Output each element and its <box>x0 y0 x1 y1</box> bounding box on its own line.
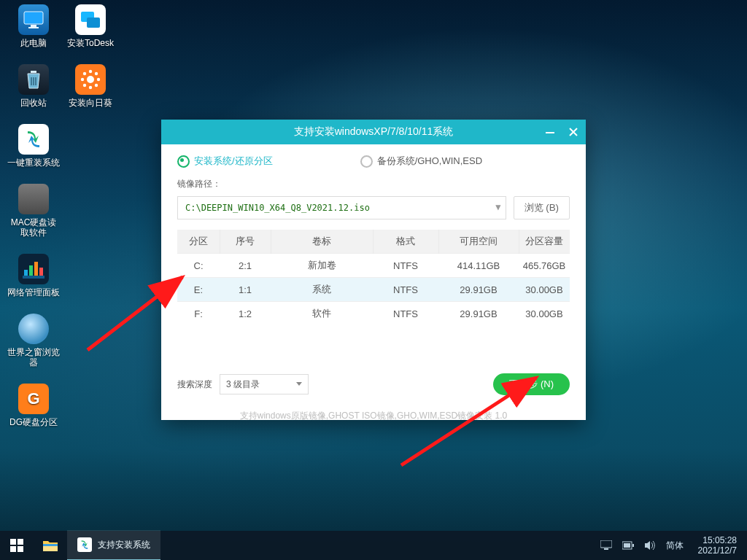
icon-this-pc[interactable]: 此电脑 <box>7 4 60 48</box>
explorer-button[interactable] <box>34 531 67 560</box>
installer-window: 支持安装windowsXP/7/8/10/11系统 安装系统/还原分区 备份系统… <box>161 120 586 420</box>
svg-rect-33 <box>632 544 634 547</box>
todesk-icon <box>80 9 101 31</box>
svg-point-14 <box>81 78 84 81</box>
desktop-col2: 安装ToDesk 安装向日葵 <box>64 4 117 108</box>
svg-point-15 <box>97 78 100 81</box>
th: 分区 <box>177 230 220 254</box>
icon-todesk[interactable]: 安装ToDesk <box>64 4 117 48</box>
taskbar-task-installer[interactable]: 支持安装系统 <box>67 530 160 560</box>
path-combo[interactable]: C:\DEEPIN_WIN10_X64_Q8_V2021.12.iso ▼ <box>177 196 506 219</box>
depth-select[interactable]: 3 级目录 <box>220 374 309 394</box>
cell: 29.91GB <box>438 302 519 326</box>
partition-table: 分区 序号 卷标 格式 可用空间 分区容量 C:2:1新加卷NTFS414.11… <box>177 230 570 325</box>
svg-point-16 <box>83 72 86 75</box>
table-row[interactable]: C:2:1新加卷NTFS414.11GB465.76GB <box>177 254 570 278</box>
label: 回收站 <box>20 98 47 108</box>
icon-mac[interactable]: MAC硬盘读 取软件 <box>7 184 60 238</box>
svg-rect-1 <box>31 25 36 27</box>
swap-icon <box>79 539 90 551</box>
icon-browser[interactable]: 世界之窗浏览 器 <box>7 314 60 368</box>
computer-icon[interactable] <box>600 540 612 551</box>
cell: 1:2 <box>220 302 271 326</box>
svg-rect-30 <box>604 548 608 550</box>
depth-value: 3 级目录 <box>226 378 260 391</box>
icon-netpanel[interactable]: 网络管理面板 <box>7 254 60 298</box>
clock[interactable]: 15:05:28 2021/12/7 <box>694 534 741 557</box>
label: 安装ToDesk <box>67 38 114 48</box>
svg-point-13 <box>89 86 92 89</box>
minimize-icon <box>546 128 554 136</box>
start-button[interactable] <box>0 531 34 560</box>
label: MAC硬盘读 取软件 <box>11 217 57 238</box>
th: 格式 <box>373 230 438 254</box>
depth-label: 搜索深度 <box>177 378 212 391</box>
icon-recycle-bin[interactable]: 回收站 <box>7 64 60 108</box>
icon-diskgenius[interactable]: G DG硬盘分区 <box>7 384 60 427</box>
svg-rect-28 <box>43 544 58 546</box>
close-button[interactable] <box>565 124 581 140</box>
ime-indicator[interactable]: 简体 <box>666 540 684 552</box>
svg-rect-8 <box>23 276 44 279</box>
svg-rect-25 <box>10 546 16 552</box>
label: DG硬盘分区 <box>9 417 58 427</box>
browse-button[interactable]: 浏览 (B) <box>514 196 570 219</box>
next-button[interactable]: 下一步 (N) <box>493 373 570 395</box>
label: 备份系统/GHO,WIN,ESD <box>377 155 482 168</box>
svg-rect-24 <box>18 539 23 545</box>
path-value: C:\DEEPIN_WIN10_X64_Q8_V2021.12.iso <box>185 203 370 213</box>
svg-point-17 <box>95 72 98 75</box>
volume-icon[interactable] <box>644 540 656 551</box>
monitor-icon <box>23 11 44 28</box>
label: 安装系统/还原分区 <box>194 155 273 168</box>
cell: 软件 <box>271 302 373 326</box>
task-label: 支持安装系统 <box>98 539 150 551</box>
label: 此电脑 <box>20 38 47 48</box>
cell: 30.00GB <box>519 278 570 302</box>
svg-rect-5 <box>29 265 33 276</box>
table-row[interactable]: E:1:1系统NTFS29.91GB30.00GB <box>177 278 570 302</box>
windows-icon <box>10 539 23 552</box>
footer-text: 支持windows原版镜像,GHOST ISO镜像,GHO,WIM,ESD镜像安… <box>177 410 570 422</box>
chevron-down-icon: ▼ <box>495 202 500 212</box>
cell: 1:1 <box>220 278 271 302</box>
close-icon <box>569 128 578 136</box>
label: 网络管理面板 <box>7 287 60 298</box>
th: 序号 <box>220 230 271 254</box>
swap-icon <box>23 128 44 150</box>
taskbar: 支持安装系统 简体 15:05:28 2021/12/7 <box>0 531 747 560</box>
label: 世界之窗浏览 器 <box>7 347 60 368</box>
cell: NTFS <box>373 278 438 302</box>
table-header: 分区 序号 卷标 格式 可用空间 分区容量 <box>177 230 570 254</box>
system-tray: 简体 15:05:28 2021/12/7 <box>600 534 747 557</box>
svg-point-19 <box>95 84 98 87</box>
svg-rect-10 <box>87 18 100 28</box>
sunflower-icon <box>80 69 101 90</box>
svg-rect-2 <box>28 27 39 28</box>
time: 15:05:28 <box>698 535 737 545</box>
battery-icon[interactable] <box>622 541 634 550</box>
svg-rect-29 <box>600 540 612 548</box>
titlebar[interactable]: 支持安装windowsXP/7/8/10/11系统 <box>161 120 586 144</box>
cell: 29.91GB <box>438 278 519 302</box>
path-label: 镜像路径： <box>177 178 570 190</box>
minimize-button[interactable] <box>542 124 558 140</box>
svg-point-12 <box>89 70 92 73</box>
date: 2021/12/7 <box>698 545 737 556</box>
cell: C: <box>177 254 220 278</box>
th: 卷标 <box>271 230 373 254</box>
label: 一键重装系统 <box>7 158 60 168</box>
svg-rect-4 <box>24 270 28 276</box>
svg-point-11 <box>87 76 94 83</box>
radio-install[interactable]: 安装系统/还原分区 <box>177 155 273 168</box>
radio-backup[interactable]: 备份系统/GHO,WIN,ESD <box>360 155 482 168</box>
svg-rect-20 <box>546 132 554 133</box>
cell: 系统 <box>271 278 373 302</box>
icon-sunflower[interactable]: 安装向日葵 <box>64 64 117 108</box>
icon-reinstall[interactable]: 一键重装系统 <box>7 124 60 168</box>
label: 安装向日葵 <box>69 98 112 108</box>
table-row[interactable]: F:1:2软件NTFS29.91GB30.00GB <box>177 302 570 326</box>
svg-rect-23 <box>10 539 16 545</box>
svg-rect-26 <box>18 546 23 552</box>
desktop-col1: 此电脑 回收站 一键重装系统 MAC硬盘读 取软件 网络管理面板 世界之窗浏览 … <box>7 4 60 427</box>
